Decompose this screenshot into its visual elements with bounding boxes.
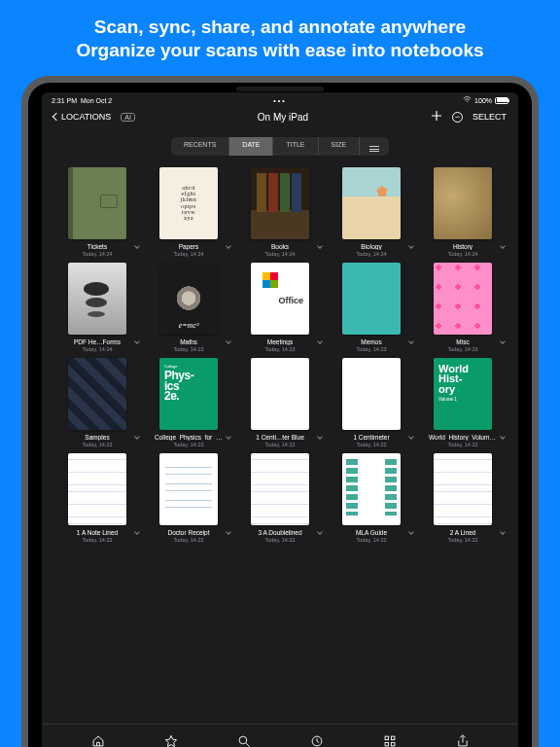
item-name: Doctor Receipt (155, 529, 223, 536)
favorites-tab[interactable] (164, 734, 178, 747)
recent-tab[interactable] (310, 734, 324, 747)
chevron-down-icon[interactable] (408, 529, 414, 535)
chevron-down-icon[interactable] (317, 529, 323, 535)
search-tab[interactable] (237, 734, 251, 747)
notebook-item[interactable]: 3 A DoublelinedToday, 14:22 (238, 453, 322, 543)
notebook-item[interactable]: 1 Centi…ter BlueToday, 14:22 (238, 358, 322, 447)
segment-recents[interactable]: RECENTS (171, 137, 229, 156)
hero-line-1: Scan, sync, share, and annotate anywhere (19, 16, 541, 39)
item-date: Today, 14:24 (330, 251, 413, 257)
chevron-down-icon[interactable] (134, 243, 140, 249)
item-name: Papers (155, 243, 223, 250)
notebook-item[interactable]: BiologyToday, 14:24 (330, 167, 413, 257)
notebook-item[interactable]: 2 A LinedToday, 14:22 (421, 453, 505, 543)
chevron-down-icon[interactable] (317, 338, 323, 344)
item-date: Today, 14:22 (421, 537, 505, 543)
chevron-down-icon[interactable] (408, 338, 414, 344)
svg-rect-5 (391, 742, 395, 746)
back-label: LOCATIONS (61, 112, 111, 122)
item-name: History (429, 243, 497, 250)
notebook-item[interactable]: PDF He…FormsToday, 14:24 (55, 263, 139, 352)
segment-date[interactable]: DATE (229, 137, 273, 156)
notebook-item[interactable]: 1 A Note LinedToday, 14:22 (55, 453, 139, 543)
item-date: Today, 14:22 (238, 537, 322, 543)
item-name: World_History_Volume_1 (429, 434, 497, 441)
svg-rect-3 (391, 736, 395, 740)
item-name: Misc (429, 338, 497, 345)
notebook-item[interactable]: TicketsToday, 14:24 (55, 167, 139, 257)
item-date: Today, 14:23 (55, 442, 139, 447)
chevron-down-icon[interactable] (500, 243, 506, 249)
chevron-down-icon[interactable] (134, 529, 140, 535)
hero-headline: Scan, sync, share, and annotate anywhere… (0, 0, 560, 77)
chevron-down-icon[interactable] (134, 434, 140, 440)
chevron-down-icon[interactable] (226, 434, 231, 440)
notebook-item[interactable]: 1 CentimeterToday, 14:22 (330, 358, 413, 447)
status-date: Mon Oct 2 (81, 97, 112, 104)
status-bar: 2:31 PM Mon Oct 2 ••• 100% (42, 92, 518, 106)
item-name: Books (246, 243, 314, 250)
notebook-item[interactable]: OfficeMeetingsToday, 14:23 (238, 263, 322, 352)
notebook-item[interactable]: e=mc²MathsToday, 14:23 (147, 263, 230, 352)
notebook-item[interactable]: abcdefghijklmnopqrstuvwxyzPapersToday, 1… (147, 167, 230, 257)
ai-badge[interactable]: AI (121, 113, 135, 122)
hero-line-2: Organize your scans with ease into noteb… (19, 39, 541, 62)
segment-size[interactable]: SIZE (319, 137, 361, 156)
add-button[interactable] (431, 110, 442, 124)
svg-rect-4 (385, 742, 389, 746)
notebook-item[interactable]: HistoryToday, 14:24 (421, 167, 505, 257)
camera-notch (236, 87, 324, 91)
item-date: Today, 14:23 (147, 346, 230, 352)
item-date: Today, 14:22 (330, 442, 413, 447)
chevron-down-icon[interactable] (226, 529, 231, 535)
page-title: On My iPad (258, 112, 308, 123)
notebook-item[interactable]: Doctor ReceiptToday, 14:22 (147, 453, 230, 543)
svg-rect-2 (385, 736, 389, 740)
remove-button[interactable]: − (452, 112, 463, 123)
item-date: Today, 14:22 (147, 537, 230, 543)
notebook-item[interactable]: MLA GuideToday, 14:22 (330, 453, 413, 543)
home-tab[interactable] (91, 734, 105, 747)
battery-percent: 100% (474, 97, 492, 104)
chevron-down-icon[interactable] (317, 243, 323, 249)
chevron-down-icon[interactable] (500, 529, 506, 535)
item-date: Today, 14:22 (55, 537, 139, 543)
item-name: Meetings (246, 338, 314, 345)
item-date: Today, 14:23 (330, 346, 413, 352)
chevron-down-icon[interactable] (226, 338, 231, 344)
item-name: Samples (63, 434, 131, 441)
item-name: College_Physics_for_A…Courses (155, 434, 223, 441)
notebook-item[interactable]: BooksToday, 14:24 (238, 167, 322, 257)
chevron-down-icon[interactable] (408, 243, 414, 249)
share-tab[interactable] (456, 734, 470, 747)
chevron-down-icon[interactable] (500, 338, 506, 344)
nav-bar: LOCATIONS AI On My iPad − SELECT (42, 106, 518, 131)
notebook-item[interactable]: MemosToday, 14:23 (330, 263, 413, 352)
notebook-item[interactable]: MiscToday, 14:23 (421, 263, 505, 352)
app-screen: 2:31 PM Mon Oct 2 ••• 100% LO (42, 92, 518, 747)
segment-title[interactable]: TITLE (273, 137, 318, 156)
chevron-down-icon[interactable] (500, 434, 506, 440)
item-date: Today, 14:22 (238, 442, 322, 447)
chevron-down-icon[interactable] (317, 434, 323, 440)
browse-tab[interactable] (383, 734, 397, 747)
multitask-dots[interactable]: ••• (273, 97, 286, 104)
svg-point-0 (239, 736, 247, 744)
chevron-down-icon[interactable] (226, 243, 231, 249)
chevron-down-icon[interactable] (408, 434, 414, 440)
item-name: 1 Centi…ter Blue (246, 434, 314, 441)
item-date: Today, 14:23 (421, 346, 505, 352)
chevron-left-icon (52, 113, 60, 121)
back-button[interactable]: LOCATIONS (53, 112, 111, 122)
item-date: Today, 14:22 (330, 537, 413, 543)
notebook-grid: TicketsToday, 14:24abcdefghijklmnopqrstu… (55, 167, 505, 543)
notebook-item[interactable]: WorldHist-oryVolume 1World_History_Volum… (421, 358, 505, 447)
item-name: 3 A Doublelined (246, 529, 314, 536)
select-button[interactable]: SELECT (472, 112, 507, 122)
battery-icon (495, 97, 508, 104)
chevron-down-icon[interactable] (134, 338, 140, 344)
notebook-item[interactable]: CollegePhys-ics2e.College_Physics_for_A…… (147, 358, 230, 447)
item-name: Biology (337, 243, 405, 250)
notebook-item[interactable]: SamplesToday, 14:23 (55, 358, 139, 447)
list-view-toggle[interactable] (360, 137, 389, 156)
